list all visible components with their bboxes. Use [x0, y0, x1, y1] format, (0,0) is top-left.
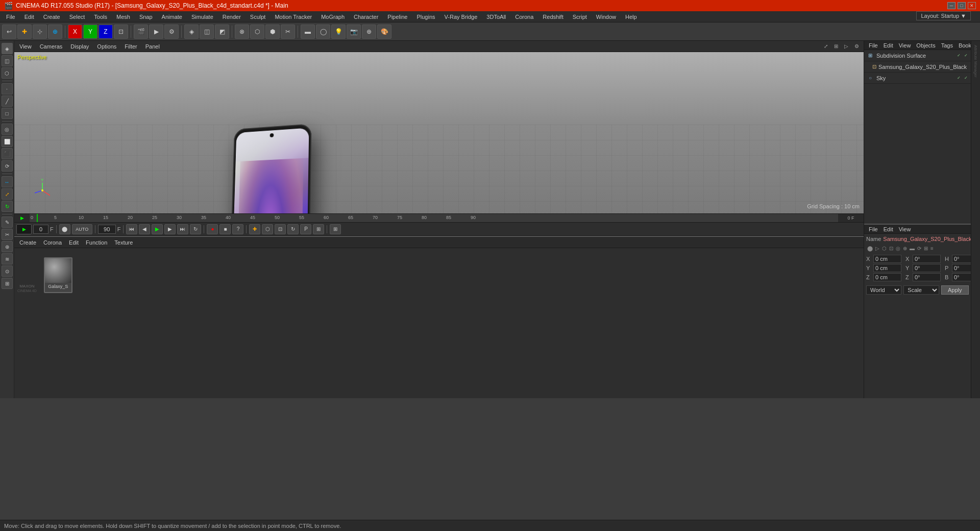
- menu-item-create[interactable]: Create: [39, 13, 64, 21]
- points-mode-button[interactable]: ◈: [184, 25, 199, 39]
- filter-menu[interactable]: Filter: [122, 42, 139, 51]
- menu-item-mograph[interactable]: MoGraph: [317, 13, 349, 21]
- menu-item-plugins[interactable]: Plugins: [412, 13, 439, 21]
- key-param-button[interactable]: P: [300, 224, 311, 234]
- viewport-settings-icon[interactable]: ⚙: [852, 42, 861, 51]
- attr-icon-1[interactable]: ⬤: [866, 245, 874, 252]
- obj-item-subdivision[interactable]: ⊞ Subdivision Surface ✓ ✓: [864, 50, 971, 61]
- grab-tool-button[interactable]: ⊙: [2, 266, 13, 277]
- material-button[interactable]: 🎨: [377, 25, 391, 39]
- scale-button[interactable]: ⊡: [114, 25, 128, 39]
- new-object-button[interactable]: ✚: [17, 25, 32, 39]
- goto-end-button[interactable]: ⏭: [177, 224, 188, 234]
- next-frame-button[interactable]: ▶: [164, 224, 176, 234]
- obj-render-icon[interactable]: ✓: [963, 53, 969, 59]
- x-pos-input[interactable]: [873, 255, 901, 263]
- render-region-button[interactable]: ▶: [149, 25, 163, 39]
- rotate-z-button[interactable]: Z: [99, 25, 113, 39]
- attr-edit-menu[interactable]: Edit: [881, 226, 896, 233]
- smooth-tool-button[interactable]: ≋: [2, 253, 13, 264]
- uv-mode-button[interactable]: ⬡: [2, 67, 13, 79]
- edges-button[interactable]: ╱: [2, 95, 13, 107]
- play-button[interactable]: ▶: [152, 224, 163, 234]
- obj-item-galaxy[interactable]: ⊡ Samsung_Galaxy_S20_Plus_Black ✓ ✓: [864, 61, 971, 73]
- anim-stop-button[interactable]: ■: [219, 224, 231, 234]
- rotate-tool-button[interactable]: ↻: [2, 201, 13, 212]
- viewport-render-icon[interactable]: ▷: [842, 42, 850, 51]
- menu-item-3dtoall[interactable]: 3DToAll: [482, 13, 510, 21]
- z-pos-input[interactable]: [873, 273, 901, 281]
- menu-item-mesh[interactable]: Mesh: [112, 13, 134, 21]
- obj-sky-render-icon[interactable]: ✓: [963, 75, 969, 81]
- anim-question-button[interactable]: ?: [232, 224, 243, 234]
- undo-button[interactable]: ↩: [2, 25, 16, 39]
- bevel-button[interactable]: ⬢: [265, 25, 280, 39]
- polys-button[interactable]: □: [2, 108, 13, 119]
- render-settings-button[interactable]: ⚙: [164, 25, 179, 39]
- attr-icon-4[interactable]: ⊡: [888, 245, 894, 252]
- timeline-btn[interactable]: ⊞: [330, 224, 341, 234]
- attr-icon-10[interactable]: ≡: [929, 245, 935, 252]
- loop-button[interactable]: ↻: [190, 224, 201, 234]
- obj-item-sky[interactable]: ○ Sky ✓ ✓: [864, 73, 971, 84]
- live-selection-button[interactable]: ◎: [2, 124, 13, 135]
- target-button[interactable]: ⊕: [362, 25, 376, 39]
- floor-button[interactable]: ▬: [301, 25, 315, 39]
- attr-view-menu[interactable]: View: [896, 226, 914, 233]
- z-rot-input[interactable]: [913, 273, 941, 281]
- menu-item-sculpt[interactable]: Sculpt: [246, 13, 270, 21]
- attr-icon-8[interactable]: ⟳: [916, 245, 922, 252]
- rect-selection-button[interactable]: ⬜: [2, 136, 13, 147]
- rotate-x-button[interactable]: X: [68, 25, 82, 39]
- edges-mode-button[interactable]: ◫: [200, 25, 214, 39]
- attr-icon-5[interactable]: ◎: [895, 245, 901, 252]
- attr-icon-7[interactable]: ▬: [909, 245, 916, 252]
- points-button[interactable]: ·: [2, 83, 13, 94]
- menu-item-corona[interactable]: Corona: [511, 13, 537, 21]
- y-rot-input[interactable]: [913, 264, 941, 272]
- minimize-button[interactable]: ─: [947, 2, 955, 9]
- knife-button[interactable]: ✂: [281, 25, 295, 39]
- key-frame-button[interactable]: ⬤: [59, 224, 70, 234]
- brush-tool-button[interactable]: ✎: [2, 216, 13, 228]
- display-menu[interactable]: Display: [68, 42, 91, 51]
- menu-item-redshift[interactable]: Redshift: [538, 13, 567, 21]
- menu-item-tools[interactable]: Tools: [90, 13, 111, 21]
- menu-item-edit[interactable]: Edit: [20, 13, 38, 21]
- menu-item-v-ray-bridge[interactable]: V-Ray Bridge: [440, 13, 482, 21]
- knife-tool-button[interactable]: ✂: [2, 229, 13, 240]
- menu-item-animate[interactable]: Animate: [158, 13, 186, 21]
- free-selection-button[interactable]: ⟳: [2, 160, 13, 172]
- menu-item-window[interactable]: Window: [592, 13, 620, 21]
- mat-function-menu[interactable]: Function: [83, 238, 110, 247]
- menu-item-simulate[interactable]: Simulate: [187, 13, 217, 21]
- mat-edit-menu[interactable]: Edit: [66, 238, 82, 247]
- select-button[interactable]: ⊹: [33, 25, 47, 39]
- obj-view-menu[interactable]: View: [896, 42, 914, 49]
- obj-objects-menu[interactable]: Objects: [914, 42, 938, 49]
- current-frame-input[interactable]: [33, 225, 48, 234]
- obj-tags-menu[interactable]: Tags: [939, 42, 955, 49]
- maximize-button[interactable]: □: [958, 2, 966, 9]
- attr-icon-9[interactable]: ⊞: [923, 245, 929, 252]
- poly-selection-button[interactable]: ⬛: [2, 148, 13, 159]
- key-add-button[interactable]: ✚: [249, 224, 260, 234]
- menu-item-motion-tracker[interactable]: Motion Tracker: [271, 13, 316, 21]
- object-mode-button[interactable]: ◈: [2, 43, 13, 54]
- view-menu[interactable]: View: [17, 42, 34, 51]
- options-menu[interactable]: Options: [95, 42, 118, 51]
- menu-item-snap[interactable]: Snap: [135, 13, 157, 21]
- material-swatch-0[interactable]: Galaxy_S: [44, 257, 72, 293]
- menu-item-file[interactable]: File: [2, 13, 19, 21]
- key-pla-button[interactable]: ⊞: [313, 224, 324, 234]
- attr-icon-2[interactable]: ▷: [874, 245, 880, 252]
- goto-start-button[interactable]: ⏮: [126, 224, 137, 234]
- attr-icon-6[interactable]: ⊕: [902, 245, 908, 252]
- scale-tool-button[interactable]: ⤢: [2, 188, 13, 200]
- close-button[interactable]: ✕: [968, 2, 976, 9]
- end-frame-input[interactable]: [98, 225, 116, 234]
- texture-mode-button[interactable]: ◫: [2, 55, 13, 66]
- polygons-mode-button[interactable]: ◩: [215, 25, 229, 39]
- cameras-menu[interactable]: Cameras: [38, 42, 65, 51]
- menu-item-script[interactable]: Script: [569, 13, 591, 21]
